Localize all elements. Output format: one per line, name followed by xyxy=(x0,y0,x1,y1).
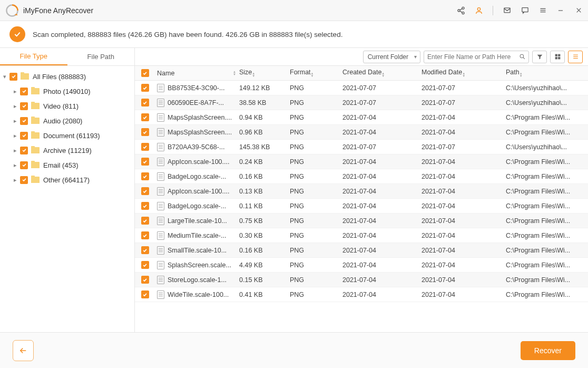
tree-item[interactable]: ▸Photo (149010) xyxy=(0,84,134,99)
cell-created-date: 2021-07-04 xyxy=(342,158,422,166)
table-row[interactable]: MapsSplashScreen....0.96 KBPNG2021-07-04… xyxy=(135,125,588,140)
table-row[interactable]: BadgeLogo.scale-...0.16 KBPNG2021-07-042… xyxy=(135,169,588,184)
chevron-down-icon[interactable]: ▾ xyxy=(1,73,8,80)
header-path[interactable]: Path▲▼ xyxy=(506,69,588,78)
chevron-right-icon[interactable]: ▸ xyxy=(12,88,19,95)
chevron-right-icon[interactable]: ▸ xyxy=(12,118,19,124)
cell-path: C:\Program Files\Wi... xyxy=(506,202,588,210)
recover-button[interactable]: Recover xyxy=(521,341,575,360)
checkbox[interactable] xyxy=(20,117,28,125)
current-folder-select[interactable]: Current Folder xyxy=(363,51,420,63)
table-row[interactable]: BadgeLogo.scale-...0.11 KBPNG2021-07-042… xyxy=(135,199,588,214)
filter-icon[interactable] xyxy=(532,51,547,63)
checkbox[interactable] xyxy=(141,290,149,298)
header-name[interactable]: Name▲▼ xyxy=(155,70,239,77)
close-icon[interactable] xyxy=(574,6,583,15)
feedback-icon[interactable] xyxy=(521,6,529,15)
checkbox[interactable] xyxy=(141,202,149,210)
tree-root-all-files[interactable]: ▾ All Files (888883) xyxy=(0,69,134,84)
header-size[interactable]: Size▲▼ xyxy=(239,69,290,78)
cell-path: C:\Program Files\Wi... xyxy=(506,276,588,284)
chevron-right-icon[interactable]: ▸ xyxy=(12,103,19,110)
table-row[interactable]: BB8753E4-3C90-...149.12 KBPNG2021-07-072… xyxy=(135,81,588,95)
chevron-right-icon[interactable]: ▸ xyxy=(12,147,19,154)
tree-item[interactable]: ▸Other (664117) xyxy=(0,172,134,187)
cell-name: SmallTile.scale-10... xyxy=(168,247,227,254)
file-icon xyxy=(157,84,164,92)
checkbox[interactable] xyxy=(141,172,149,180)
main-area: File Type File Path ▾ All Files (888883)… xyxy=(0,47,588,332)
checkbox[interactable] xyxy=(141,99,149,106)
header-modified-date[interactable]: Modified Date▲▼ xyxy=(422,69,506,78)
footer: Recover xyxy=(0,332,588,368)
table-row[interactable]: SplashScreen.scale...4.49 KBPNG2021-07-0… xyxy=(135,258,588,273)
checkbox[interactable] xyxy=(20,102,28,110)
checkbox[interactable] xyxy=(141,187,149,195)
header-created-date[interactable]: Created Date▲▼ xyxy=(342,69,422,78)
checkbox[interactable] xyxy=(141,261,149,269)
user-icon[interactable] xyxy=(475,6,483,15)
cell-size: 149.12 KB xyxy=(239,84,290,92)
menu-icon[interactable] xyxy=(538,6,547,15)
checkbox[interactable] xyxy=(141,84,149,92)
table-row[interactable]: B720AA39-5C68-...145.38 KBPNG2021-07-072… xyxy=(135,140,588,154)
cell-path: C:\Program Files\Wi... xyxy=(506,173,588,180)
tree-item[interactable]: ▸Video (811) xyxy=(0,99,134,113)
list-view-icon[interactable] xyxy=(568,51,583,63)
table-row[interactable]: SmallTile.scale-10...0.16 KBPNG2021-07-0… xyxy=(135,243,588,258)
checkbox[interactable] xyxy=(141,231,149,239)
checkbox[interactable] xyxy=(141,217,149,225)
table-row[interactable]: AppIcon.scale-100....0.24 KBPNG2021-07-0… xyxy=(135,154,588,169)
cell-size: 0.16 KB xyxy=(239,247,290,254)
checkbox[interactable] xyxy=(141,276,149,284)
mail-icon[interactable] xyxy=(503,6,511,15)
search-icon[interactable] xyxy=(516,53,528,60)
checkbox-all[interactable] xyxy=(141,69,149,77)
checkbox[interactable] xyxy=(141,113,149,121)
cell-path: C:\Program Files\Wi... xyxy=(506,262,588,269)
tree-item[interactable]: ▸Audio (2080) xyxy=(0,113,134,128)
folder-icon xyxy=(31,177,40,183)
cell-modified-date: 2021-07-04 xyxy=(422,291,506,298)
svg-point-1 xyxy=(462,7,464,9)
svg-line-16 xyxy=(523,57,525,59)
tree-label: Other (664117) xyxy=(43,176,90,184)
chevron-right-icon[interactable]: ▸ xyxy=(12,177,19,183)
checkbox[interactable] xyxy=(20,161,28,169)
table-row[interactable]: LargeTile.scale-10...0.75 KBPNG2021-07-0… xyxy=(135,214,588,228)
checkbox[interactable] xyxy=(141,128,149,136)
chevron-right-icon[interactable]: ▸ xyxy=(12,162,19,169)
back-button[interactable] xyxy=(13,340,34,361)
checkbox[interactable] xyxy=(9,73,17,81)
checkbox[interactable] xyxy=(20,147,28,154)
tab-file-path[interactable]: File Path xyxy=(67,48,135,65)
cell-format: PNG xyxy=(290,291,342,298)
grid-view-icon[interactable] xyxy=(550,51,565,63)
checkbox[interactable] xyxy=(141,246,149,254)
tab-file-type[interactable]: File Type xyxy=(0,48,67,65)
minimize-icon[interactable] xyxy=(556,6,565,15)
checkbox[interactable] xyxy=(20,132,28,140)
share-icon[interactable] xyxy=(457,6,465,15)
table-row[interactable]: 060590EE-8A7F-...38.58 KBPNG2021-07-0720… xyxy=(135,95,588,110)
table-row[interactable]: AppIcon.scale-100....0.13 KBPNG2021-07-0… xyxy=(135,184,588,199)
checkbox[interactable] xyxy=(141,158,149,166)
cell-modified-date: 2021-07-04 xyxy=(422,173,506,180)
table-row[interactable]: MapsSplashScreen....0.94 KBPNG2021-07-04… xyxy=(135,110,588,125)
table-row[interactable]: MediumTile.scale-...0.30 KBPNG2021-07-04… xyxy=(135,228,588,243)
file-icon xyxy=(157,158,164,166)
table-row[interactable]: WideTile.scale-100...0.41 KBPNG2021-07-0… xyxy=(135,287,588,302)
folder-icon xyxy=(31,132,40,139)
checkbox[interactable] xyxy=(141,143,149,151)
chevron-right-icon[interactable]: ▸ xyxy=(12,132,19,139)
search-input[interactable] xyxy=(424,53,516,61)
tree-item[interactable]: ▸Document (61193) xyxy=(0,128,134,143)
table-row[interactable]: StoreLogo.scale-1...0.15 KBPNG2021-07-04… xyxy=(135,273,588,287)
checkbox[interactable] xyxy=(20,176,28,184)
header-format[interactable]: Format▲▼ xyxy=(290,69,342,78)
cell-format: PNG xyxy=(290,276,342,284)
file-icon xyxy=(157,128,164,137)
tree-item[interactable]: ▸Archive (11219) xyxy=(0,143,134,158)
checkbox[interactable] xyxy=(20,88,28,95)
tree-item[interactable]: ▸Email (453) xyxy=(0,158,134,172)
